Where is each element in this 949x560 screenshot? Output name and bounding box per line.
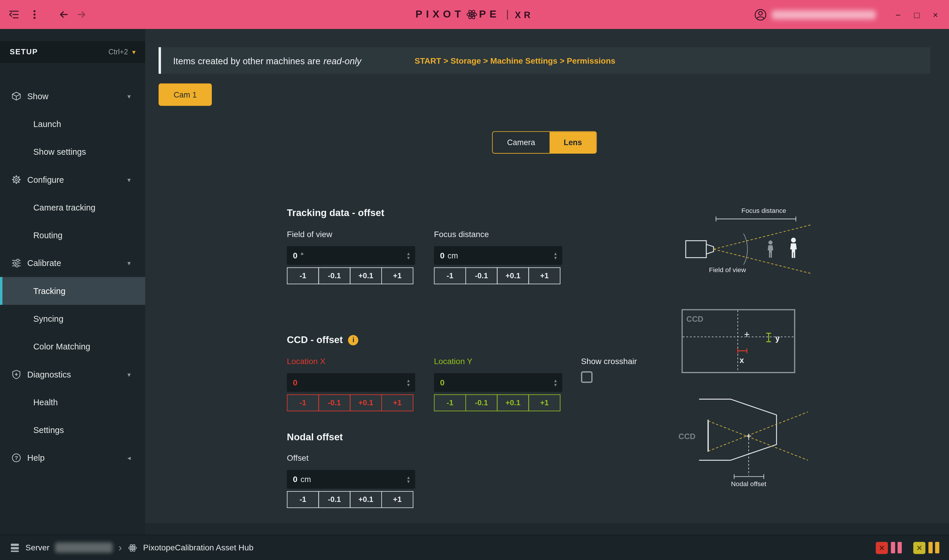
- field-of-view-input[interactable]: 0 ° ▴▾: [287, 246, 415, 265]
- ccd-offset-title: CCD - offset i: [287, 335, 358, 345]
- show-crosshair-checkbox[interactable]: [581, 371, 593, 383]
- step-plus-1-button[interactable]: +1: [528, 268, 560, 285]
- step-plus-0-1-button[interactable]: +0.1: [497, 394, 529, 411]
- step-minus-1-button[interactable]: -1: [287, 394, 319, 411]
- sidebar-item-label: Calibrate: [27, 258, 61, 268]
- field-of-view-value: 0: [293, 251, 298, 260]
- step-plus-1-button[interactable]: +1: [381, 491, 414, 508]
- asset-hub-label: PixotopeCalibration Asset Hub: [143, 543, 254, 552]
- step-plus-1-button[interactable]: +1: [381, 394, 414, 411]
- content-bottom-strip: [145, 523, 949, 535]
- step-minus-1-button[interactable]: -1: [434, 268, 466, 285]
- nodal-offset-value: 0: [293, 475, 298, 484]
- person-gray-icon: [768, 241, 773, 258]
- diagram-focus-distance-label: Focus distance: [742, 207, 786, 214]
- value-stepper[interactable]: ▴▾: [554, 378, 557, 387]
- server-name-redacted: [55, 543, 113, 553]
- chevron-down-icon: ▾: [132, 48, 136, 56]
- sidebar-item-help[interactable]: ? Help ◂: [0, 444, 145, 472]
- sidebar-item-calibrate[interactable]: Calibrate ▾: [0, 249, 145, 277]
- step-buttons: -1 -0.1 +0.1 +1: [434, 394, 562, 411]
- server-selector[interactable]: Server: [10, 543, 113, 553]
- minimize-button[interactable]: −: [895, 10, 901, 19]
- show-icon: [11, 91, 21, 101]
- setup-shortcut: Ctrl+2: [108, 48, 128, 56]
- focus-distance-group: Focus distance 0 cm ▴▾ -1 -0.1 +0.1 +1: [434, 230, 562, 284]
- forward-arrow-icon[interactable]: [75, 8, 88, 21]
- step-plus-1-button[interactable]: +1: [381, 268, 414, 285]
- status-pause-pink-icon[interactable]: [891, 542, 902, 553]
- status-pause-yellow-icon[interactable]: [929, 542, 939, 553]
- sidebar-item-label: Settings: [33, 425, 64, 435]
- step-plus-0-1-button[interactable]: +0.1: [497, 268, 529, 285]
- kebab-menu-icon[interactable]: [28, 8, 41, 21]
- focus-distance-input[interactable]: 0 cm ▴▾: [434, 246, 562, 265]
- sidebar-item-diagnostics[interactable]: Diagnostics ▾: [0, 361, 145, 388]
- value-stepper[interactable]: ▴▾: [407, 251, 410, 260]
- sidebar-item-routing[interactable]: Routing: [0, 221, 145, 249]
- tab-lens[interactable]: Lens: [549, 132, 596, 153]
- status-error-red-icon[interactable]: ×: [876, 542, 888, 554]
- sidebar-item-label: Show settings: [33, 147, 86, 157]
- nodal-offset-unit: cm: [300, 475, 311, 484]
- focus-distance-unit: cm: [447, 251, 458, 260]
- location-x-label: Location X: [287, 357, 415, 368]
- step-plus-1-button[interactable]: +1: [528, 394, 560, 411]
- collapse-sidebar-icon[interactable]: [7, 8, 21, 21]
- close-button[interactable]: ×: [933, 10, 938, 19]
- step-buttons: -1 -0.1 +0.1 +1: [434, 268, 562, 285]
- value-stepper[interactable]: ▴▾: [407, 378, 410, 387]
- sidebar-item-color-matching[interactable]: Color Matching: [0, 332, 145, 360]
- sidebar-item-settings[interactable]: Settings: [0, 416, 145, 444]
- account-icon[interactable]: [754, 8, 767, 21]
- gear-icon: [11, 175, 21, 185]
- cam1-button[interactable]: Cam 1: [159, 83, 212, 106]
- sidebar-item-show-settings[interactable]: Show settings: [0, 138, 145, 166]
- nodal-offset-input[interactable]: 0 cm ▴▾: [287, 470, 415, 489]
- location-y-value: 0: [440, 378, 445, 387]
- step-minus-1-button[interactable]: -1: [287, 491, 319, 508]
- x-offset-marker: [738, 348, 747, 353]
- value-stepper[interactable]: ▴▾: [407, 475, 410, 483]
- sidebar-item-health[interactable]: Health: [0, 388, 145, 416]
- shield-plus-icon: [11, 369, 21, 380]
- sidebar-item-configure[interactable]: Configure ▾: [0, 166, 145, 194]
- step-minus-0-1-button[interactable]: -0.1: [318, 268, 350, 285]
- chevron-down-icon: ▾: [127, 371, 131, 378]
- step-minus-1-button[interactable]: -1: [287, 268, 319, 285]
- step-minus-1-button[interactable]: -1: [434, 394, 466, 411]
- pixotope-app: PIXOT PE | XR: [0, 0, 949, 560]
- status-error-yellow-icon[interactable]: ×: [914, 542, 925, 554]
- sliders-icon: [11, 258, 21, 268]
- asset-hub-item[interactable]: PixotopeCalibration Asset Hub: [128, 543, 254, 552]
- location-x-value: 0: [293, 378, 298, 387]
- step-minus-0-1-button[interactable]: -0.1: [466, 268, 498, 285]
- step-minus-0-1-button[interactable]: -0.1: [318, 491, 350, 508]
- sidebar-item-syncing[interactable]: Syncing: [0, 305, 145, 332]
- sidebar-item-launch[interactable]: Launch: [0, 110, 145, 138]
- help-icon: ?: [11, 452, 21, 463]
- location-x-input[interactable]: 0 ▴▾: [287, 373, 415, 392]
- step-buttons: -1 -0.1 +0.1 +1: [287, 268, 415, 285]
- lens-housing-outline: [699, 399, 777, 460]
- camera-lens-tabs: Camera Lens: [492, 131, 597, 154]
- step-minus-0-1-button[interactable]: -0.1: [466, 394, 498, 411]
- step-plus-0-1-button[interactable]: +0.1: [350, 491, 382, 508]
- step-minus-0-1-button[interactable]: -0.1: [318, 394, 350, 411]
- value-stepper[interactable]: ▴▾: [554, 251, 557, 260]
- product-name: XR: [515, 9, 534, 20]
- setup-selector[interactable]: SETUP Ctrl+2 ▾: [0, 41, 145, 63]
- location-y-input[interactable]: 0 ▴▾: [434, 373, 562, 392]
- tab-camera[interactable]: Camera: [492, 132, 549, 153]
- maximize-button[interactable]: □: [914, 10, 920, 19]
- info-icon[interactable]: i: [348, 335, 358, 345]
- step-plus-0-1-button[interactable]: +0.1: [350, 394, 382, 411]
- setup-label: SETUP: [10, 48, 38, 56]
- sidebar-item-show[interactable]: Show ▾: [0, 82, 145, 110]
- sidebar-item-label: Show: [27, 91, 48, 101]
- back-arrow-icon[interactable]: [57, 8, 70, 21]
- sidebar-item-tracking[interactable]: Tracking: [0, 277, 145, 305]
- breadcrumb[interactable]: START > Storage > Machine Settings > Per…: [415, 56, 615, 65]
- step-plus-0-1-button[interactable]: +0.1: [350, 268, 382, 285]
- sidebar-item-camera-tracking[interactable]: Camera tracking: [0, 194, 145, 221]
